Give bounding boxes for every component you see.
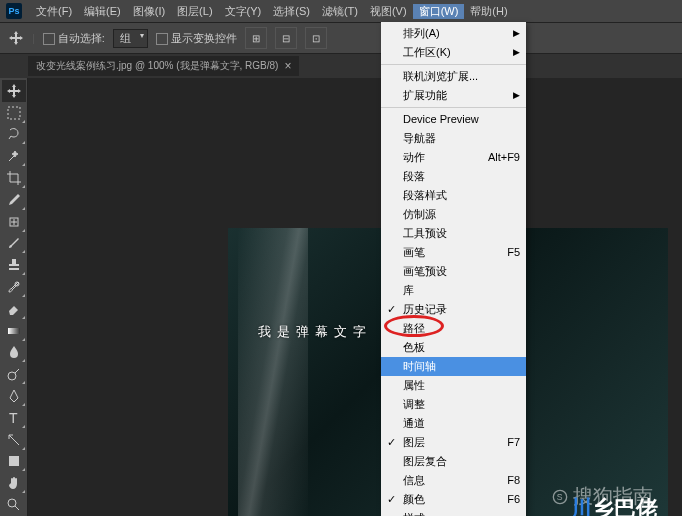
window-menu-item[interactable]: 画笔F5	[381, 243, 526, 262]
brush-tool[interactable]	[2, 233, 26, 255]
window-menu-item[interactable]: ✓颜色F6	[381, 490, 526, 509]
window-menu-dropdown: 排列(A)▶工作区(K)▶联机浏览扩展...扩展功能▶Device Previe…	[381, 22, 526, 516]
tool-palette: T	[0, 78, 28, 516]
svg-text:T: T	[9, 410, 18, 426]
window-menu-item[interactable]: 扩展功能▶	[381, 86, 526, 105]
stamp-tool[interactable]	[2, 254, 26, 276]
document-tab-bar: 改变光线案例练习.jpg @ 100% (我是弹幕文字, RGB/8) ×	[0, 54, 682, 78]
align-icon-2[interactable]: ⊟	[275, 27, 297, 49]
window-menu-item[interactable]: ✓图层F7	[381, 433, 526, 452]
window-menu-item[interactable]: 导航器	[381, 129, 526, 148]
svg-rect-6	[9, 456, 19, 466]
marquee-tool[interactable]	[2, 102, 26, 124]
show-transform-checkbox[interactable]: 显示变换控件	[156, 31, 237, 46]
path-tool[interactable]	[2, 429, 26, 451]
menu-separator	[381, 64, 526, 65]
window-menu-item[interactable]: 图层复合	[381, 452, 526, 471]
window-menu-item[interactable]: 路径	[381, 319, 526, 338]
canvas-text-layer: 我是弹幕文字	[258, 323, 372, 341]
menu-item[interactable]: 图层(L)	[171, 4, 218, 19]
window-menu-item[interactable]: 调整	[381, 395, 526, 414]
menu-item[interactable]: 文件(F)	[30, 4, 78, 19]
watermark-brand: 川乡巴佬 www.386w.com	[570, 494, 658, 516]
window-menu-item[interactable]: 色板	[381, 338, 526, 357]
menu-item[interactable]: 选择(S)	[267, 4, 316, 19]
pen-tool[interactable]	[2, 385, 26, 407]
svg-point-4	[8, 372, 16, 380]
options-bar: | 自动选择: 组 显示变换控件 ⊞ ⊟ ⊡	[0, 22, 682, 54]
window-menu-item[interactable]: 仿制源	[381, 205, 526, 224]
auto-select-checkbox[interactable]: 自动选择:	[43, 31, 105, 46]
window-menu-item[interactable]: Device Preview	[381, 110, 526, 129]
svg-rect-3	[8, 328, 20, 334]
move-tool[interactable]	[2, 80, 26, 102]
window-menu-item[interactable]: 信息F8	[381, 471, 526, 490]
menu-item[interactable]: 窗口(W)	[413, 4, 465, 19]
dodge-tool[interactable]	[2, 363, 26, 385]
window-menu-item[interactable]: 段落	[381, 167, 526, 186]
menu-item[interactable]: 编辑(E)	[78, 4, 127, 19]
close-icon[interactable]: ×	[284, 59, 291, 73]
menu-item[interactable]: 文字(Y)	[219, 4, 268, 19]
menu-item[interactable]: 视图(V)	[364, 4, 413, 19]
app-logo: Ps	[6, 3, 22, 19]
align-icon[interactable]: ⊞	[245, 27, 267, 49]
menu-separator	[381, 107, 526, 108]
window-menu-item[interactable]: 样式	[381, 509, 526, 516]
window-menu-item[interactable]: 属性	[381, 376, 526, 395]
history-brush-tool[interactable]	[2, 276, 26, 298]
workspace: T 我是弹幕文字 S 搜狗指南 川乡巴佬 www.386w.com	[0, 78, 682, 516]
layer-group-dropdown[interactable]: 组	[113, 29, 148, 48]
window-menu-item[interactable]: 工作区(K)▶	[381, 43, 526, 62]
eraser-tool[interactable]	[2, 298, 26, 320]
crop-tool[interactable]	[2, 167, 26, 189]
menu-item[interactable]: 帮助(H)	[464, 4, 513, 19]
menu-item[interactable]: 滤镜(T)	[316, 4, 364, 19]
window-menu-item[interactable]: 库	[381, 281, 526, 300]
magic-wand-tool[interactable]	[2, 145, 26, 167]
shape-tool[interactable]	[2, 451, 26, 473]
window-menu-item[interactable]: 通道	[381, 414, 526, 433]
lasso-tool[interactable]	[2, 124, 26, 146]
window-menu-item[interactable]: 段落样式	[381, 186, 526, 205]
gradient-tool[interactable]	[2, 320, 26, 342]
tab-title: 改变光线案例练习.jpg @ 100% (我是弹幕文字, RGB/8)	[36, 59, 278, 73]
window-menu-item[interactable]: ✓历史记录	[381, 300, 526, 319]
menu-bar: Ps 文件(F)编辑(E)图像(I)图层(L)文字(Y)选择(S)滤镜(T)视图…	[0, 0, 682, 22]
eyedropper-tool[interactable]	[2, 189, 26, 211]
window-menu-item[interactable]: 工具预设	[381, 224, 526, 243]
document-tab[interactable]: 改变光线案例练习.jpg @ 100% (我是弹幕文字, RGB/8) ×	[28, 56, 299, 76]
window-menu-item[interactable]: 排列(A)▶	[381, 24, 526, 43]
svg-point-7	[8, 499, 16, 507]
move-tool-icon	[8, 30, 24, 46]
svg-rect-0	[8, 107, 20, 119]
window-menu-item[interactable]: 动作Alt+F9	[381, 148, 526, 167]
window-menu-item[interactable]: 时间轴	[381, 357, 526, 376]
hand-tool[interactable]	[2, 472, 26, 494]
menu-item[interactable]: 图像(I)	[127, 4, 171, 19]
canvas-area[interactable]: 我是弹幕文字 S 搜狗指南 川乡巴佬 www.386w.com	[28, 78, 682, 516]
blur-tool[interactable]	[2, 342, 26, 364]
align-icon-3[interactable]: ⊡	[305, 27, 327, 49]
svg-text:S: S	[557, 492, 563, 502]
type-tool[interactable]: T	[2, 407, 26, 429]
window-menu-item[interactable]: 画笔预设	[381, 262, 526, 281]
window-menu-item[interactable]: 联机浏览扩展...	[381, 67, 526, 86]
healing-tool[interactable]	[2, 211, 26, 233]
zoom-tool[interactable]	[2, 494, 26, 516]
